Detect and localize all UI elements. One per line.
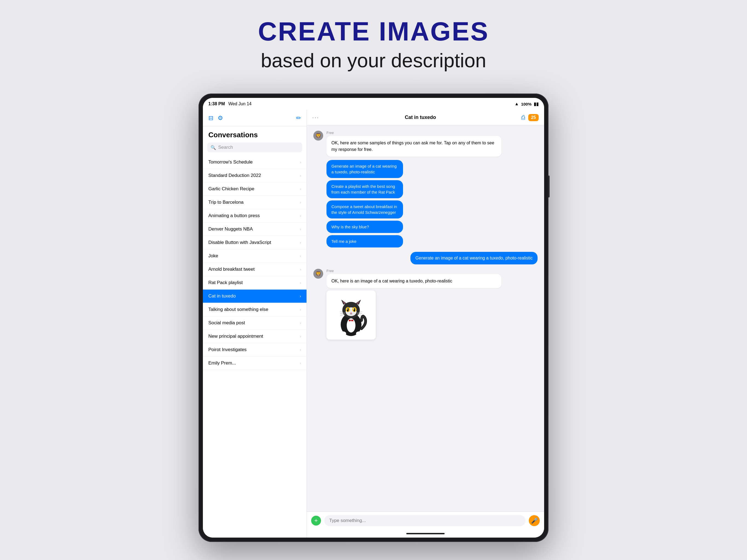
sidebar: ⊟ ⚙ ✏ Conversations 🔍 Search Tomorrow's … [203,110,307,538]
conversation-item[interactable]: Animating a button press› [203,209,307,223]
conversation-item[interactable]: Poirot Investigates› [203,343,307,357]
search-placeholder: Search [218,145,233,150]
chevron-right-icon: › [300,334,301,338]
conversation-item[interactable]: Tomorrow's Schedule› [203,156,307,169]
chevron-right-icon: › [300,173,301,178]
conversation-item[interactable]: Joke› [203,249,307,263]
conversation-label: Garlic Chicken Recipe [208,186,254,192]
wifi-icon: ▲ [515,101,519,106]
mic-button[interactable]: 🎤 [529,515,540,526]
free-label-2: Free [327,269,538,273]
suggestion-button[interactable]: Tell me a joke [327,235,403,248]
conversation-item[interactable]: Talking about something else› [203,303,307,316]
conversation-item[interactable]: Rat Pack playlist› [203,276,307,289]
add-button[interactable]: + [311,516,321,526]
messages-container: 🦁 Free OK, here are some samples of thin… [307,125,544,512]
battery-icon: ▮▮ [534,101,539,107]
conversation-item[interactable]: Garlic Chicken Recipe› [203,182,307,196]
side-button [548,176,549,198]
conversation-item[interactable]: New principal appointment› [203,330,307,343]
conversation-item[interactable]: Cat in tuxedo› [203,289,307,303]
sidebar-toolbar: ⊟ ⚙ ✏ [203,110,307,126]
conversation-item[interactable]: Trip to Barcelona› [203,196,307,209]
conversation-label: Joke [208,253,218,259]
free-label-1: Free [327,131,538,135]
user-message-row: Generate an image of a cat wearing a tux… [313,252,538,264]
bot-response-message: 🦁 Free OK, here is an image of a cat wea… [313,269,538,339]
bot-welcome-message: 🦁 Free OK, here are some samples of thin… [313,131,538,248]
chat-title: Cat in tuxedo [405,114,436,120]
svg-point-19 [347,308,348,309]
compose-icon[interactable]: ✏ [296,114,301,122]
conversation-label: Denver Nuggets NBA [208,226,253,232]
gear-icon[interactable]: ⚙ [217,114,223,122]
chevron-right-icon: › [300,200,301,205]
search-icon: 🔍 [210,145,216,150]
chevron-right-icon: › [300,307,301,312]
conversation-item[interactable]: Denver Nuggets NBA› [203,223,307,236]
bot-message-content: Free OK, here are some samples of things… [327,131,538,248]
svg-point-6 [356,331,363,336]
svg-point-5 [340,331,346,336]
bot-response-content: Free OK, here is an image of a cat weari… [327,269,538,339]
page-header: CREATE IMAGES based on your description [258,17,489,72]
ipad-screen: 1:38 PM Wed Jun 14 ▲ 100% ▮▮ ⊟ ⚙ ✏ [203,98,544,538]
suggestion-button[interactable]: Generate an image of a cat wearing a tux… [327,160,403,178]
suggestion-button[interactable]: Why is the sky blue? [327,221,403,233]
conversation-item[interactable]: Standard Deduction 2022› [203,169,307,182]
sidebar-toolbar-icons: ⊟ ⚙ [208,114,223,122]
bot-response-bubble: OK, here is an image of a cat wearing a … [327,274,501,288]
conversation-label: Poirot Investigates [208,347,247,353]
status-date: Wed Jun 14 [228,101,252,106]
home-bar [406,533,445,534]
home-indicator [307,529,544,538]
status-time: 1:38 PM [208,101,225,106]
user-bubble: Generate an image of a cat wearing a tux… [410,252,538,264]
sidebar-title: Conversations [203,126,307,143]
svg-point-20 [353,308,354,309]
chat-area: ··· Cat in tuxedo ⎙ 25 🦁 Free OK, here [307,110,544,538]
conversation-item[interactable]: Emily Prem...› [203,357,307,370]
conversation-item[interactable]: Disable Button with JavaScript› [203,236,307,249]
conversation-label: Cat in tuxedo [208,294,236,299]
bot-welcome-bubble: OK, here are some samples of things you … [327,136,501,157]
suggestion-buttons: Generate an image of a cat wearing a tux… [327,160,538,248]
search-bar[interactable]: 🔍 Search [207,143,302,152]
chevron-right-icon: › [300,281,301,285]
conversation-label: Emily Prem... [208,360,236,366]
suggestion-button[interactable]: Create a playlist with the best song fro… [327,180,403,198]
badge-count: 25 [528,114,539,121]
chevron-right-icon: › [300,160,301,164]
chevron-right-icon: › [300,321,301,325]
conversation-label: Arnold breakfast tweet [208,266,255,272]
bot-avatar-2: 🦁 [313,269,323,279]
status-right: ▲ 100% ▮▮ [515,101,539,107]
chevron-right-icon: › [300,254,301,258]
conversation-item[interactable]: Social media post› [203,316,307,330]
chevron-right-icon: › [300,348,301,352]
chat-header: ··· Cat in tuxedo ⎙ 25 [307,110,544,125]
page-subtitle: based on your description [258,49,489,72]
cat-tuxedo-image [327,290,376,339]
conversation-label: Tomorrow's Schedule [208,159,253,165]
suggestion-button[interactable]: Compose a tweet about breakfast in the s… [327,200,403,219]
conversation-label: Rat Pack playlist [208,280,243,285]
conversation-label: Standard Deduction 2022 [208,173,261,178]
share-icon[interactable]: ⎙ [521,114,525,121]
chevron-right-icon: › [300,361,301,365]
chevron-right-icon: › [300,213,301,218]
chevron-right-icon: › [300,227,301,231]
conversation-item[interactable]: Arnold breakfast tweet› [203,263,307,276]
conversation-label: New principal appointment [208,334,263,339]
conversation-list: Tomorrow's Schedule›Standard Deduction 2… [203,156,307,538]
app-body: ⊟ ⚙ ✏ Conversations 🔍 Search Tomorrow's … [203,110,544,538]
sidebar-toggle-icon[interactable]: ⊟ [208,114,213,122]
chevron-right-icon: › [300,294,301,298]
chat-input[interactable] [324,515,525,526]
more-options-icon[interactable]: ··· [312,114,319,121]
chevron-right-icon: › [300,240,301,245]
battery-text: 100% [521,102,532,106]
chat-input-area: + 🎤 [307,512,544,529]
chevron-right-icon: › [300,267,301,272]
conversation-label: Social media post [208,320,245,326]
